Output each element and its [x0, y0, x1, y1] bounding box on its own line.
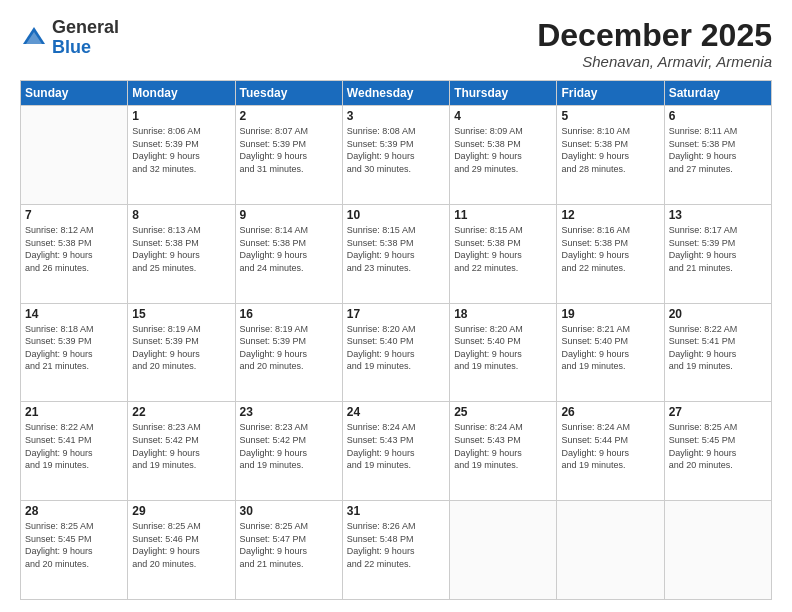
day-info: Sunrise: 8:08 AM Sunset: 5:39 PM Dayligh…: [347, 125, 445, 175]
day-number: 5: [561, 109, 659, 123]
table-row: 24Sunrise: 8:24 AM Sunset: 5:43 PM Dayli…: [342, 402, 449, 501]
page: General Blue December 2025 Shenavan, Arm…: [0, 0, 792, 612]
table-row: 29Sunrise: 8:25 AM Sunset: 5:46 PM Dayli…: [128, 501, 235, 600]
day-number: 1: [132, 109, 230, 123]
day-info: Sunrise: 8:10 AM Sunset: 5:38 PM Dayligh…: [561, 125, 659, 175]
day-number: 3: [347, 109, 445, 123]
day-info: Sunrise: 8:23 AM Sunset: 5:42 PM Dayligh…: [240, 421, 338, 471]
day-number: 28: [25, 504, 123, 518]
table-row: 18Sunrise: 8:20 AM Sunset: 5:40 PM Dayli…: [450, 303, 557, 402]
table-row: [450, 501, 557, 600]
table-row: 27Sunrise: 8:25 AM Sunset: 5:45 PM Dayli…: [664, 402, 771, 501]
table-row: 8Sunrise: 8:13 AM Sunset: 5:38 PM Daylig…: [128, 204, 235, 303]
day-number: 4: [454, 109, 552, 123]
table-row: 12Sunrise: 8:16 AM Sunset: 5:38 PM Dayli…: [557, 204, 664, 303]
day-info: Sunrise: 8:25 AM Sunset: 5:45 PM Dayligh…: [25, 520, 123, 570]
day-info: Sunrise: 8:19 AM Sunset: 5:39 PM Dayligh…: [132, 323, 230, 373]
calendar-table: Sunday Monday Tuesday Wednesday Thursday…: [20, 80, 772, 600]
table-row: 25Sunrise: 8:24 AM Sunset: 5:43 PM Dayli…: [450, 402, 557, 501]
day-info: Sunrise: 8:15 AM Sunset: 5:38 PM Dayligh…: [347, 224, 445, 274]
day-info: Sunrise: 8:17 AM Sunset: 5:39 PM Dayligh…: [669, 224, 767, 274]
day-number: 30: [240, 504, 338, 518]
day-info: Sunrise: 8:06 AM Sunset: 5:39 PM Dayligh…: [132, 125, 230, 175]
calendar-week-row: 1Sunrise: 8:06 AM Sunset: 5:39 PM Daylig…: [21, 106, 772, 205]
day-info: Sunrise: 8:25 AM Sunset: 5:47 PM Dayligh…: [240, 520, 338, 570]
day-info: Sunrise: 8:20 AM Sunset: 5:40 PM Dayligh…: [347, 323, 445, 373]
logo-blue-text: Blue: [52, 37, 91, 57]
table-row: 19Sunrise: 8:21 AM Sunset: 5:40 PM Dayli…: [557, 303, 664, 402]
table-row: 10Sunrise: 8:15 AM Sunset: 5:38 PM Dayli…: [342, 204, 449, 303]
day-info: Sunrise: 8:18 AM Sunset: 5:39 PM Dayligh…: [25, 323, 123, 373]
day-info: Sunrise: 8:22 AM Sunset: 5:41 PM Dayligh…: [25, 421, 123, 471]
day-info: Sunrise: 8:24 AM Sunset: 5:43 PM Dayligh…: [454, 421, 552, 471]
day-info: Sunrise: 8:25 AM Sunset: 5:46 PM Dayligh…: [132, 520, 230, 570]
day-number: 17: [347, 307, 445, 321]
day-number: 7: [25, 208, 123, 222]
table-row: 3Sunrise: 8:08 AM Sunset: 5:39 PM Daylig…: [342, 106, 449, 205]
table-row: 26Sunrise: 8:24 AM Sunset: 5:44 PM Dayli…: [557, 402, 664, 501]
day-number: 31: [347, 504, 445, 518]
day-info: Sunrise: 8:24 AM Sunset: 5:44 PM Dayligh…: [561, 421, 659, 471]
table-row: 14Sunrise: 8:18 AM Sunset: 5:39 PM Dayli…: [21, 303, 128, 402]
day-number: 18: [454, 307, 552, 321]
day-number: 19: [561, 307, 659, 321]
table-row: [21, 106, 128, 205]
col-friday: Friday: [557, 81, 664, 106]
table-row: 11Sunrise: 8:15 AM Sunset: 5:38 PM Dayli…: [450, 204, 557, 303]
location: Shenavan, Armavir, Armenia: [537, 53, 772, 70]
day-number: 15: [132, 307, 230, 321]
logo-text: General Blue: [52, 18, 119, 58]
day-info: Sunrise: 8:07 AM Sunset: 5:39 PM Dayligh…: [240, 125, 338, 175]
table-row: 7Sunrise: 8:12 AM Sunset: 5:38 PM Daylig…: [21, 204, 128, 303]
day-info: Sunrise: 8:13 AM Sunset: 5:38 PM Dayligh…: [132, 224, 230, 274]
day-number: 12: [561, 208, 659, 222]
table-row: 22Sunrise: 8:23 AM Sunset: 5:42 PM Dayli…: [128, 402, 235, 501]
col-sunday: Sunday: [21, 81, 128, 106]
logo: General Blue: [20, 18, 119, 58]
day-number: 14: [25, 307, 123, 321]
table-row: 2Sunrise: 8:07 AM Sunset: 5:39 PM Daylig…: [235, 106, 342, 205]
day-number: 11: [454, 208, 552, 222]
table-row: 31Sunrise: 8:26 AM Sunset: 5:48 PM Dayli…: [342, 501, 449, 600]
day-number: 29: [132, 504, 230, 518]
day-info: Sunrise: 8:22 AM Sunset: 5:41 PM Dayligh…: [669, 323, 767, 373]
day-info: Sunrise: 8:21 AM Sunset: 5:40 PM Dayligh…: [561, 323, 659, 373]
calendar-week-row: 7Sunrise: 8:12 AM Sunset: 5:38 PM Daylig…: [21, 204, 772, 303]
calendar-week-row: 14Sunrise: 8:18 AM Sunset: 5:39 PM Dayli…: [21, 303, 772, 402]
table-row: [557, 501, 664, 600]
calendar-header-row: Sunday Monday Tuesday Wednesday Thursday…: [21, 81, 772, 106]
day-info: Sunrise: 8:24 AM Sunset: 5:43 PM Dayligh…: [347, 421, 445, 471]
day-number: 9: [240, 208, 338, 222]
day-number: 2: [240, 109, 338, 123]
day-number: 16: [240, 307, 338, 321]
day-number: 13: [669, 208, 767, 222]
calendar-week-row: 21Sunrise: 8:22 AM Sunset: 5:41 PM Dayli…: [21, 402, 772, 501]
table-row: 4Sunrise: 8:09 AM Sunset: 5:38 PM Daylig…: [450, 106, 557, 205]
calendar-week-row: 28Sunrise: 8:25 AM Sunset: 5:45 PM Dayli…: [21, 501, 772, 600]
day-number: 21: [25, 405, 123, 419]
header: General Blue December 2025 Shenavan, Arm…: [20, 18, 772, 70]
col-thursday: Thursday: [450, 81, 557, 106]
day-number: 20: [669, 307, 767, 321]
logo-general-text: General: [52, 17, 119, 37]
day-number: 26: [561, 405, 659, 419]
table-row: 6Sunrise: 8:11 AM Sunset: 5:38 PM Daylig…: [664, 106, 771, 205]
day-number: 24: [347, 405, 445, 419]
col-saturday: Saturday: [664, 81, 771, 106]
day-number: 6: [669, 109, 767, 123]
col-wednesday: Wednesday: [342, 81, 449, 106]
day-info: Sunrise: 8:15 AM Sunset: 5:38 PM Dayligh…: [454, 224, 552, 274]
table-row: 5Sunrise: 8:10 AM Sunset: 5:38 PM Daylig…: [557, 106, 664, 205]
table-row: 16Sunrise: 8:19 AM Sunset: 5:39 PM Dayli…: [235, 303, 342, 402]
day-info: Sunrise: 8:09 AM Sunset: 5:38 PM Dayligh…: [454, 125, 552, 175]
table-row: 9Sunrise: 8:14 AM Sunset: 5:38 PM Daylig…: [235, 204, 342, 303]
col-monday: Monday: [128, 81, 235, 106]
table-row: 21Sunrise: 8:22 AM Sunset: 5:41 PM Dayli…: [21, 402, 128, 501]
day-info: Sunrise: 8:25 AM Sunset: 5:45 PM Dayligh…: [669, 421, 767, 471]
table-row: 13Sunrise: 8:17 AM Sunset: 5:39 PM Dayli…: [664, 204, 771, 303]
day-number: 8: [132, 208, 230, 222]
table-row: 1Sunrise: 8:06 AM Sunset: 5:39 PM Daylig…: [128, 106, 235, 205]
title-block: December 2025 Shenavan, Armavir, Armenia: [537, 18, 772, 70]
day-info: Sunrise: 8:23 AM Sunset: 5:42 PM Dayligh…: [132, 421, 230, 471]
table-row: 17Sunrise: 8:20 AM Sunset: 5:40 PM Dayli…: [342, 303, 449, 402]
